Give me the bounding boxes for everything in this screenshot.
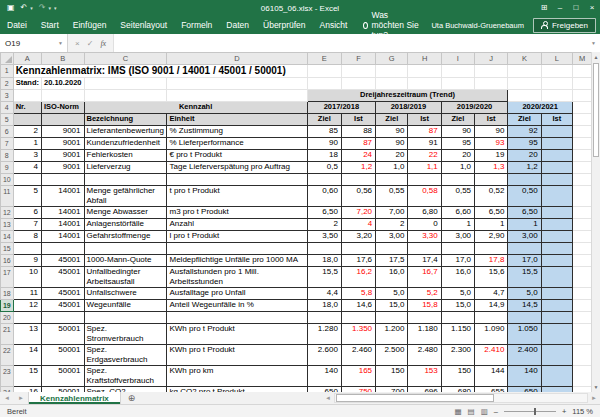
cell[interactable]: 9 bbox=[13, 255, 41, 267]
cell[interactable] bbox=[408, 65, 441, 78]
cell[interactable] bbox=[573, 174, 592, 186]
cell[interactable] bbox=[167, 174, 307, 186]
cell[interactable]: t pro t Produkt bbox=[167, 186, 307, 207]
cell[interactable] bbox=[541, 78, 572, 90]
cell[interactable] bbox=[508, 78, 541, 90]
cell[interactable]: 95 bbox=[441, 138, 474, 150]
cell[interactable]: 3,50 bbox=[307, 231, 341, 243]
cell[interactable] bbox=[475, 174, 508, 186]
cell[interactable]: 90 bbox=[376, 138, 408, 150]
cell[interactable]: 0,50 bbox=[508, 186, 541, 207]
name-box-dropdown-icon[interactable]: ▼ bbox=[54, 40, 67, 46]
cell[interactable]: 2.300 bbox=[441, 345, 474, 366]
cell[interactable]: 20 bbox=[441, 150, 474, 162]
share-button[interactable]: Freigeben bbox=[533, 18, 596, 33]
cell[interactable] bbox=[541, 231, 572, 243]
cell[interactable]: 18 bbox=[307, 150, 341, 162]
row-header-14[interactable]: 14 bbox=[1, 231, 14, 243]
cell[interactable]: 17,4 bbox=[408, 255, 441, 267]
cell[interactable]: 45001 bbox=[41, 255, 84, 267]
cell[interactable] bbox=[573, 345, 592, 366]
cell[interactable] bbox=[341, 65, 375, 78]
cell[interactable] bbox=[84, 243, 167, 255]
cell[interactable] bbox=[573, 255, 592, 267]
cell[interactable]: 90 bbox=[441, 126, 474, 138]
row-header-21[interactable]: 21 bbox=[1, 324, 14, 345]
cell[interactable]: 9001 bbox=[41, 150, 84, 162]
ribbon-display-options-icon[interactable]: ⊞ bbox=[536, 0, 552, 16]
cell[interactable]: 0,5 bbox=[307, 162, 341, 174]
hscroll-thumb[interactable] bbox=[336, 394, 494, 402]
cell[interactable]: 0,56 bbox=[341, 186, 375, 207]
cell[interactable]: 45001 bbox=[41, 288, 84, 300]
cell[interactable] bbox=[408, 78, 441, 90]
cell[interactable] bbox=[167, 90, 307, 102]
ribbon-tab-start[interactable]: Start bbox=[34, 16, 66, 34]
cell[interactable] bbox=[508, 65, 541, 78]
cell[interactable]: 15,5 bbox=[307, 267, 341, 288]
cell[interactable] bbox=[41, 312, 84, 324]
view-normal-icon[interactable]: ▦ bbox=[454, 407, 461, 416]
row-header-23[interactable]: 23 bbox=[1, 366, 14, 387]
cell[interactable]: 5,0 bbox=[508, 288, 541, 300]
redo-dropdown-icon[interactable]: ▾ bbox=[48, 5, 51, 11]
cell[interactable]: 3,30 bbox=[408, 231, 441, 243]
cell[interactable] bbox=[376, 243, 408, 255]
add-sheet-icon[interactable]: ⊕ bbox=[121, 393, 143, 403]
undo-dropdown-icon[interactable]: ▾ bbox=[30, 5, 33, 11]
column-header-G[interactable]: G bbox=[376, 53, 408, 65]
cell[interactable]: 2 bbox=[376, 219, 408, 231]
minimize-icon[interactable]: – bbox=[552, 0, 568, 16]
cell[interactable]: 5,2 bbox=[408, 288, 441, 300]
cell[interactable]: 17,5 bbox=[376, 255, 408, 267]
cell[interactable]: 14001 bbox=[41, 231, 84, 243]
cell[interactable]: Lieferverzug bbox=[84, 162, 167, 174]
cell[interactable]: 7,20 bbox=[341, 207, 375, 219]
cell[interactable]: 15,6 bbox=[475, 267, 508, 288]
vscroll-thumb[interactable] bbox=[593, 63, 599, 157]
cell[interactable]: 2.480 bbox=[408, 345, 441, 366]
cell[interactable] bbox=[41, 90, 84, 102]
cell[interactable] bbox=[307, 65, 341, 78]
cell[interactable]: 9001 bbox=[41, 138, 84, 150]
cell[interactable] bbox=[408, 312, 441, 324]
cell[interactable]: 6,80 bbox=[408, 207, 441, 219]
cell[interactable] bbox=[573, 65, 592, 78]
cell[interactable] bbox=[84, 78, 167, 90]
cell[interactable]: 1,0 bbox=[441, 162, 474, 174]
cell[interactable]: 1.350 bbox=[341, 324, 375, 345]
cell[interactable]: 2.400 bbox=[508, 345, 541, 366]
column-header-A[interactable]: A bbox=[13, 53, 41, 65]
cell[interactable]: 95 bbox=[508, 138, 541, 150]
cell[interactable]: Menge Abwasser bbox=[84, 207, 167, 219]
cell[interactable]: 7,00 bbox=[376, 207, 408, 219]
zoom-out-icon[interactable]: – bbox=[494, 407, 498, 416]
cell[interactable]: 10 bbox=[13, 267, 41, 288]
cell[interactable]: 16,0 bbox=[376, 267, 408, 288]
cell[interactable] bbox=[541, 300, 572, 312]
cell[interactable]: 1 bbox=[441, 219, 474, 231]
cell[interactable]: 91 bbox=[408, 138, 441, 150]
cell[interactable]: 20 bbox=[376, 150, 408, 162]
cell[interactable]: 2 bbox=[307, 219, 341, 231]
cell[interactable] bbox=[573, 231, 592, 243]
cell[interactable]: l pro t Produkt bbox=[167, 231, 307, 243]
cell[interactable]: 87 bbox=[408, 126, 441, 138]
cell[interactable] bbox=[13, 90, 41, 102]
cell[interactable]: 150 bbox=[441, 366, 474, 387]
cell[interactable]: 24 bbox=[341, 150, 375, 162]
vscroll-down-icon[interactable]: ▼ bbox=[592, 383, 600, 391]
cell[interactable]: 14 bbox=[13, 345, 41, 366]
cell[interactable] bbox=[441, 243, 474, 255]
column-header-J[interactable]: J bbox=[475, 53, 508, 65]
cell[interactable]: 18,0 bbox=[307, 300, 341, 312]
cell[interactable] bbox=[307, 243, 341, 255]
cell[interactable] bbox=[475, 243, 508, 255]
cell[interactable]: 2.600 bbox=[307, 345, 341, 366]
cell[interactable] bbox=[573, 243, 592, 255]
cell[interactable] bbox=[441, 65, 474, 78]
cell[interactable] bbox=[508, 90, 541, 102]
cell[interactable] bbox=[167, 243, 307, 255]
column-header-I[interactable]: I bbox=[441, 53, 474, 65]
cell[interactable]: Fehlerkosten bbox=[84, 150, 167, 162]
